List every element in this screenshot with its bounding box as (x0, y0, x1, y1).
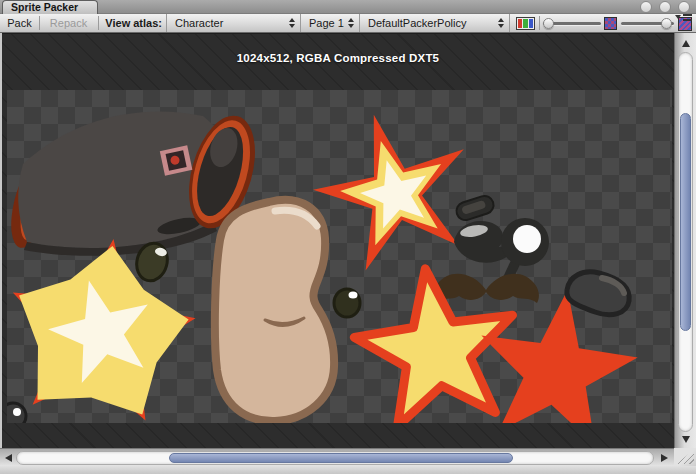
eyebrow-sprite (454, 194, 496, 223)
dark-bean-sprite (567, 272, 629, 315)
resize-grip[interactable] (674, 448, 696, 466)
atlas-dropdown-value: Character (175, 17, 223, 29)
popup-arrows-icon (498, 18, 504, 28)
tab-sprite-packer[interactable]: Sprite Packer (2, 0, 98, 14)
policy-dropdown[interactable]: DefaultPackerPolicy (360, 14, 510, 32)
scroll-down-button[interactable] (679, 433, 693, 445)
slider-handle[interactable] (543, 18, 554, 29)
arrow-right-icon (661, 454, 668, 462)
eye-sprite (454, 221, 509, 263)
bean-character-sprite (215, 200, 334, 421)
starburst-sprite (13, 239, 196, 421)
atlas-format-header: 1024x512, RGBA Compressed DXT5 (2, 52, 674, 64)
window-light-icon[interactable] (678, 1, 690, 13)
arrow-down-icon (682, 436, 690, 443)
pane-menu-icon[interactable] (675, 14, 692, 21)
rgb-channels-icon[interactable] (516, 17, 535, 30)
page-dropdown-value: Page 1 (309, 17, 344, 29)
atlas-canvas[interactable]: 1024x512, RGBA Compressed DXT5 (2, 33, 674, 448)
repack-button-label: Repack (50, 17, 87, 29)
atlas-sprites (7, 90, 672, 423)
mustache-sprite (433, 274, 539, 303)
horizontal-scroll-thumb[interactable] (169, 453, 513, 463)
arrow-up-icon (682, 40, 690, 47)
popup-arrows-icon (348, 18, 354, 28)
mip-slider[interactable] (621, 14, 674, 32)
zoom-slider[interactable] (543, 14, 601, 32)
vertical-scroll-thumb[interactable] (680, 113, 691, 331)
toolbar: Pack Repack View atlas: Character Page 1… (0, 14, 696, 33)
toolbar-separator (539, 16, 540, 30)
window-light-icon[interactable] (640, 1, 652, 13)
chevron-down-icon (675, 15, 681, 19)
alpha-checker-icon[interactable] (604, 17, 617, 30)
olive-ball-sprite (334, 289, 360, 317)
horizontal-scroll-track[interactable] (16, 451, 654, 465)
window-light-icon[interactable] (659, 1, 671, 13)
popup-arrows-icon (289, 18, 295, 28)
hamburger-icon (683, 14, 692, 21)
sprite-packer-window: Sprite Packer Pack Repack View atlas: Ch… (0, 0, 696, 474)
atlas-texture-area[interactable] (7, 90, 672, 423)
pack-button[interactable]: Pack (0, 14, 39, 32)
vertical-scrollbar[interactable] (674, 33, 696, 448)
tab-title: Sprite Packer (11, 1, 78, 13)
horizontal-scrollbar[interactable] (0, 448, 674, 466)
pack-button-label: Pack (7, 17, 31, 29)
tab-bar: Sprite Packer (0, 0, 696, 14)
small-star-sprite (313, 115, 464, 271)
view-atlas-label: View atlas: (96, 14, 162, 32)
policy-dropdown-value: DefaultPackerPolicy (368, 17, 466, 29)
arrow-left-icon (5, 454, 12, 462)
vertical-scroll-track[interactable] (678, 52, 693, 432)
page-dropdown[interactable]: Page 1 (301, 14, 360, 32)
window-lights (640, 1, 690, 13)
repack-button[interactable]: Repack (40, 14, 97, 32)
atlas-dropdown[interactable]: Character (166, 14, 301, 32)
corner-ball-sprite (7, 403, 26, 423)
window-bottom-edge (0, 466, 696, 474)
scroll-right-button[interactable] (657, 452, 671, 464)
scroll-up-button[interactable] (679, 37, 693, 49)
slider-handle[interactable] (661, 18, 672, 29)
scroll-left-button[interactable] (1, 452, 15, 464)
